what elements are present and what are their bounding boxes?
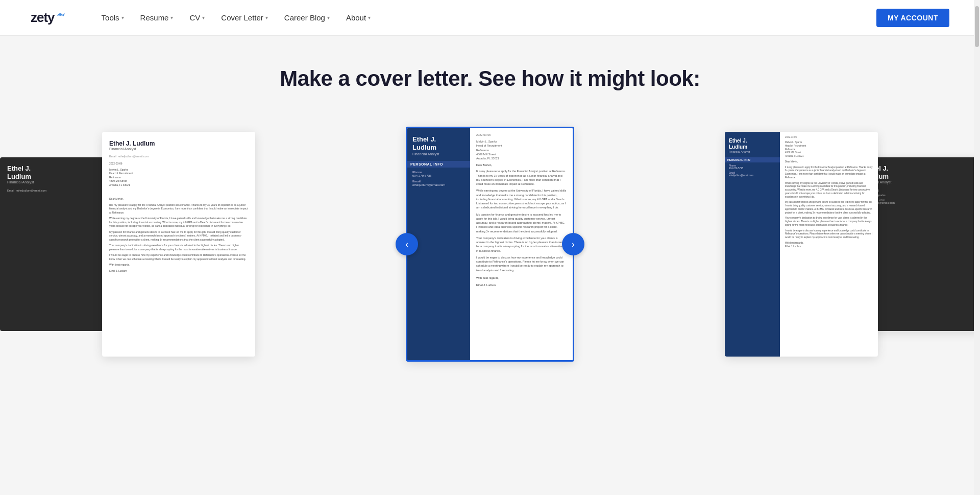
chevron-left-icon: ‹ (405, 239, 408, 250)
nav-item-cv[interactable]: CV ▾ (183, 9, 211, 26)
card-closing: With best regards, (109, 263, 248, 267)
card-closing: With best regards, (476, 276, 567, 279)
card-recipient-field: Melvin L. Sparks (865, 194, 973, 197)
card-name: Ethel J.Ludlum (7, 164, 115, 180)
card-para-4: Your company's dedication to driving exc… (785, 217, 873, 227)
card-signature: Ethel J. Ludlum (109, 269, 248, 273)
sidebar-title: Financial Analyst (412, 152, 465, 156)
card-para-4: Your company's dedication to driving exc… (109, 244, 248, 251)
card-main: 2022-03-06 Melvin L. SparksHead of Recru… (780, 132, 878, 357)
sidebar-section: Personal Info (725, 157, 780, 162)
nav-item-career-blog[interactable]: Career Blog ▾ (278, 9, 336, 26)
card-sidebar: Ethel J.Ludlum Financial Analyst Persona… (725, 132, 780, 357)
carousel-wrapper: Ethel J.Ludlum Financial Analyst Email e… (0, 111, 980, 392)
logo[interactable]: zety (31, 10, 65, 26)
card-address: Melvin L. SparksHead of RecruitmentRefin… (785, 141, 873, 158)
card-para-5: I would be eager to discuss how my exper… (109, 253, 248, 261)
card-para-1: It is my pleasure to apply for the Finan… (476, 169, 567, 186)
email-value: etheljudlum@email.com (412, 183, 465, 186)
carousel-prev-button[interactable]: ‹ (396, 233, 418, 255)
card-title: Financial Analyst (7, 180, 115, 184)
page-scrollbar[interactable] (974, 0, 980, 392)
card-recipient: Melvin L. SparksHead of RecruitmentRefin… (109, 168, 248, 187)
nav-item-resume[interactable]: Resume ▾ (134, 9, 180, 26)
cover-letter-card-right[interactable]: Ethel J.Ludlum Financial Analyst Persona… (725, 132, 878, 357)
card-para-2: While earning my degree at the Universit… (476, 188, 567, 209)
cover-letter-card-left[interactable]: Ethel J. Ludlum Financial Analyst Email … (102, 132, 255, 357)
card-content: Ethel J. Ludlum Financial Analyst Email … (102, 132, 255, 283)
logo-text: zety (31, 10, 55, 26)
card-date: 2022-03-06 (785, 136, 873, 138)
cover-letter-card-center[interactable]: Ethel J.Ludlum Financial Analyst Persona… (406, 127, 574, 362)
card-signature: Ethel J. Ludlum (476, 284, 567, 287)
card-main: 2022-03-06 Melvin L. SparksHead of Recru… (470, 128, 573, 360)
card-date-field: 2022-03-06 (865, 189, 973, 192)
card-email-field: Email etheljudlum@email.com (7, 189, 115, 192)
chevron-down-icon: ▾ (121, 15, 124, 20)
card-name: Ethel J.Ludlum (865, 164, 973, 180)
card-inner: Ethel J.Ludlum Financial Analyst Persona… (725, 132, 878, 357)
nav-item-cover-letter[interactable]: Cover Letter ▾ (215, 9, 274, 26)
card-para-2: While earning my degree at the Universit… (785, 182, 873, 199)
chevron-down-icon: ▾ (327, 15, 330, 20)
navbar: zety Tools ▾ Resume ▾ CV ▾ Cover Letter … (0, 0, 980, 36)
chevron-right-icon: › (572, 239, 575, 250)
card-date: 2022-03-06 (109, 162, 248, 166)
nav-items: Tools ▾ Resume ▾ CV ▾ Cover Letter ▾ Car… (95, 9, 876, 26)
logo-bird-icon (56, 12, 65, 21)
phone-label: Phone (412, 171, 465, 174)
sidebar-name: Ethel J.Ludlum (729, 138, 776, 150)
card-address: Melvin L. SparksHead of RecruitmentRefin… (476, 139, 567, 160)
chevron-down-icon: ▾ (368, 15, 371, 20)
email-value: etheljudlum@email.com (729, 174, 776, 177)
email-label: Email (412, 180, 465, 183)
sidebar-section: Personal Info (407, 161, 470, 168)
card-sign: With best regards,Ethel J. Ludlum (785, 242, 873, 249)
card-para-4: Your company's dedication to driving exc… (476, 236, 567, 253)
nav-item-tools[interactable]: Tools ▾ (95, 9, 130, 26)
nav-item-about[interactable]: About ▾ (340, 9, 377, 26)
card-subtitle: Financial Analyst (109, 147, 248, 151)
card-para-3: My passion for finance and genuine desir… (476, 213, 567, 233)
card-email: Email etheljudlum@email.com (109, 155, 248, 158)
chevron-down-icon: ▾ (265, 15, 268, 20)
card-para-5: I would be eager to discuss how my exper… (476, 255, 567, 272)
chevron-down-icon: ▾ (170, 15, 173, 20)
hero-section: Make a cover letter. See how it might lo… (0, 36, 980, 111)
card-para-3: My passion for finance and genuine desir… (785, 201, 873, 215)
card-para-3: My passion for finance and genuine desir… (109, 230, 248, 242)
card-para-1: It is my pleasure to apply for the Finan… (109, 203, 248, 215)
card-date: 2022-03-06 (476, 133, 567, 136)
sidebar-name: Ethel J.Ludlum (412, 135, 465, 151)
carousel-next-button[interactable]: › (562, 233, 584, 255)
card-salutation: Dear Melvin, (785, 160, 873, 164)
phone-value: 904-279-5735 (412, 174, 465, 177)
sidebar-title: Financial Analyst (729, 150, 776, 153)
card-fields: 2022-03-06 Melvin L. Sparks Phone Job Em… (865, 189, 973, 204)
carousel-track: Ethel J.Ludlum Financial Analyst Email e… (0, 122, 980, 367)
card-name: Ethel J. Ludlum (109, 140, 248, 147)
scrollbar-thumb[interactable] (975, 6, 979, 47)
card-title: Financial Analyst (865, 180, 973, 184)
card-para-1: It is my pleasure to apply for the Finan… (785, 166, 873, 180)
card-salutation: Dear Melvin, (476, 163, 567, 167)
card-para-5: I would be eager to discuss how my exper… (785, 229, 873, 240)
card-para-2: While earning my degree at the Universit… (109, 217, 248, 228)
card-salutation: Dear Melvin, (109, 197, 248, 201)
card-email-field: etheljudlum@email.com (865, 201, 973, 204)
hero-title: Make a cover letter. See how it might lo… (10, 66, 970, 91)
chevron-down-icon: ▾ (202, 15, 205, 20)
card-inner: Ethel J.Ludlum Financial Analyst Persona… (407, 128, 573, 360)
phone-value: 904-279-5735 (729, 167, 776, 170)
my-account-button[interactable]: MY ACCOUNT (876, 9, 949, 27)
card-fields: Email etheljudlum@email.com (7, 189, 115, 192)
